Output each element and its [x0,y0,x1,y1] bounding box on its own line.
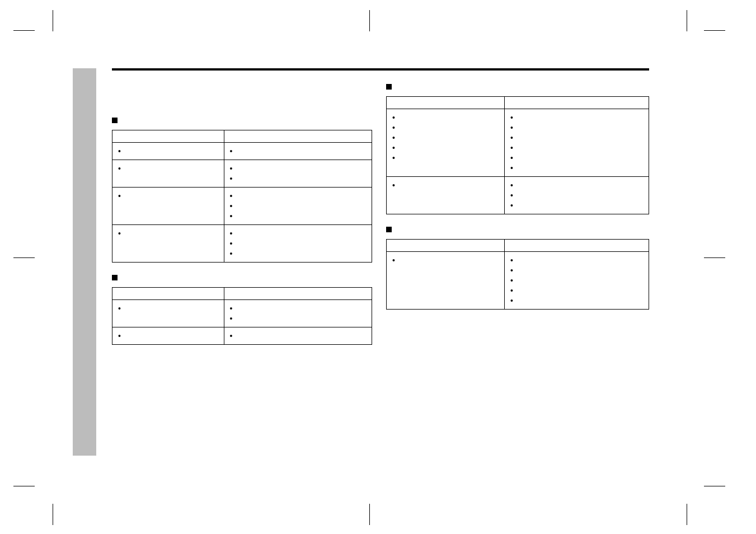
table-row [112,160,372,188]
list-item [391,113,500,123]
bullet-list [391,255,500,265]
cause-cell [112,143,224,160]
list-item [391,255,500,265]
col-header-solution [505,240,649,252]
section-heading-c [386,82,649,91]
cause-cell [387,177,505,214]
crop-mark [13,486,35,486]
list-item [229,211,367,221]
bullet-list [391,180,500,190]
list-item [509,275,644,285]
bullet-list [117,331,219,341]
list-item [509,133,644,143]
col-header-cause [387,97,505,109]
list-item [229,228,367,238]
list-item [509,296,644,306]
list-item [509,200,644,210]
bullet-list [391,113,500,163]
list-item [509,285,644,296]
troubleshooting-table-a [112,130,372,263]
crop-mark [704,257,725,258]
bullet-list [509,113,644,173]
solution-cell [224,188,372,225]
bullet-list [229,163,367,184]
cause-cell [112,327,224,345]
table-row [387,252,649,310]
list-item [229,146,367,156]
list-item [229,331,367,341]
table-row [387,109,649,177]
list-item [391,143,500,153]
list-item [117,228,219,238]
troubleshooting-table-b [112,287,372,345]
bullet-list [117,228,219,238]
square-bullet-icon [112,118,118,123]
solution-cell [505,252,649,310]
list-item [229,174,367,184]
list-item [509,265,644,275]
list-item [117,331,219,341]
list-item [509,190,644,200]
cause-cell [112,300,224,327]
bullet-list [509,180,644,210]
cause-cell [112,188,224,225]
col-header-cause [387,240,505,252]
list-item [509,113,644,123]
section-divider [112,68,649,71]
solution-cell [224,143,372,160]
bullet-list [117,303,219,313]
tbody-b [112,300,372,345]
table-row [387,177,649,214]
solution-cell [224,225,372,263]
square-bullet-icon [112,275,118,280]
bullet-list [117,191,219,201]
crop-mark [13,257,35,258]
solution-cell [505,177,649,214]
bullet-list [509,255,644,306]
list-item [509,163,644,173]
list-item [509,123,644,133]
table-row [112,300,372,327]
solution-cell [224,160,372,188]
col-header-cause [112,130,224,143]
crop-mark [704,486,725,486]
left-column [112,78,372,355]
bullet-list [229,228,367,259]
list-item [229,303,367,313]
square-bullet-icon [386,84,392,90]
cause-cell [387,252,505,310]
bullet-list [229,146,367,156]
solution-cell [505,109,649,177]
table-row [112,188,372,225]
section-heading-a [112,115,372,124]
list-item [391,180,500,190]
solution-cell [224,300,372,327]
sidebar-tab [73,68,96,456]
bullet-list [229,331,367,341]
bullet-list [229,303,367,324]
cause-cell [112,160,224,188]
list-item [229,238,367,249]
list-item [229,191,367,201]
col-header-solution [224,288,372,300]
list-item [391,133,500,143]
table-row [112,327,372,345]
table-row [112,143,372,160]
square-bullet-icon [386,227,392,232]
tbody-a [112,143,372,263]
col-header-cause [112,288,224,300]
section-heading-d [386,224,649,233]
troubleshooting-table-d [386,239,649,310]
crop-mark [687,10,687,31]
bullet-list [117,163,219,174]
list-item [509,153,644,163]
bullet-list [229,191,367,221]
table-row [112,225,372,263]
list-item [509,143,644,153]
troubleshooting-table-c [386,96,649,214]
cause-cell [387,109,505,177]
list-item [229,249,367,259]
list-item [117,191,219,201]
bullet-list [117,146,219,156]
list-item [117,163,219,174]
